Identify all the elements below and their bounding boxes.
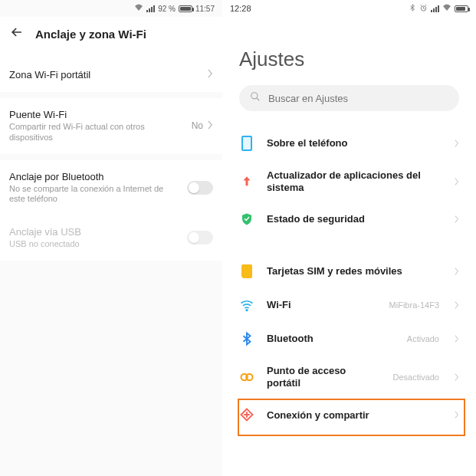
item-value: Desactivado [392, 373, 439, 382]
settings-item-hotspot[interactable]: Punto de acceso portátil Desactivado [222, 356, 476, 398]
signal-icon [146, 5, 155, 12]
hotspot-icon [239, 369, 254, 385]
status-time: 11:57 [195, 5, 215, 13]
settings-item-system-updater[interactable]: Actualizador de aplicaciones del sistema [222, 160, 476, 202]
svg-point-1 [251, 93, 258, 99]
chevron-right-icon [455, 332, 459, 346]
bluetooth-status-icon [409, 3, 416, 14]
item-label: Sobre el teléfono [267, 137, 439, 149]
chevron-right-icon [455, 264, 459, 278]
chevron-right-icon [455, 212, 459, 226]
item-label: Tarjetas SIM y redes móviles [267, 265, 439, 277]
bluetooth-tether-toggle[interactable] [187, 181, 213, 195]
item-label: Bluetooth [267, 333, 395, 345]
row-usb-tether: Anclaje vía USB USB no conectado [0, 215, 222, 261]
page-title: Anclaje y zona Wi-Fi [35, 28, 146, 41]
settings-title: Ajustes [222, 17, 476, 85]
search-input[interactable] [268, 93, 448, 104]
item-label: Conexión y compartir [267, 409, 439, 422]
item-label: Wi-Fi [267, 299, 377, 311]
chevron-right-icon [455, 298, 459, 312]
item-label: Estado de seguridad [267, 213, 439, 225]
item-label: Punto de acceso portátil [267, 365, 380, 389]
settings-item-wifi[interactable]: Wi-Fi MiFibra-14F3 [222, 288, 476, 322]
svg-point-2 [246, 310, 248, 311]
battery-icon [455, 5, 468, 12]
chevron-right-icon [455, 408, 459, 422]
shield-icon [239, 212, 254, 227]
settings-item-connection-sharing[interactable]: Conexión y compartir [222, 398, 476, 432]
search-bar[interactable] [239, 85, 459, 111]
wifi-icon [239, 297, 254, 313]
settings-item-sim[interactable]: Tarjetas SIM y redes móviles [222, 254, 476, 288]
sim-icon [239, 264, 254, 279]
signal-icon [431, 5, 439, 12]
usb-tether-toggle [187, 231, 213, 245]
search-icon [250, 91, 261, 105]
row-title: Puente Wi-Fi [9, 109, 185, 120]
settings-main-screen: 12:28 Ajustes [222, 0, 476, 476]
row-subtitle: No se comparte la conexión a Internet de… [9, 184, 181, 205]
chevron-right-icon [208, 67, 213, 81]
settings-item-security-status[interactable]: Estado de seguridad [222, 202, 476, 236]
header-bar: Anclaje y zona Wi-Fi [0, 17, 222, 57]
row-subtitle: USB no conectado [9, 239, 181, 250]
row-subtitle: Compartir red Wi-Fi actual con otros dis… [9, 122, 185, 143]
wifi-status-icon [134, 3, 143, 14]
status-icons [409, 3, 468, 14]
chevron-right-icon [455, 175, 459, 189]
status-bar: 12:28 [222, 0, 476, 17]
settings-item-about-phone[interactable]: Sobre el teléfono [222, 126, 476, 160]
row-title: Zona Wi-Fi portátil [9, 69, 202, 80]
item-value: Activado [407, 334, 439, 343]
chevron-right-icon [455, 136, 459, 150]
arrow-up-icon [239, 174, 254, 189]
battery-percent-text: 92 % [158, 5, 176, 13]
settings-item-bluetooth[interactable]: Bluetooth Activado [222, 322, 476, 356]
battery-icon [179, 5, 192, 12]
row-title: Anclaje vía USB [9, 226, 181, 238]
wifi-status-icon [442, 3, 451, 14]
chevron-right-icon [455, 370, 459, 384]
status-time: 12:28 [230, 4, 251, 13]
item-value: MiFibra-14F3 [389, 300, 439, 310]
phone-icon [239, 136, 254, 151]
alarm-icon [419, 4, 428, 14]
row-bluetooth-tether[interactable]: Anclaje por Bluetooth No se comparte la … [0, 160, 222, 216]
row-value: No [192, 120, 203, 131]
back-icon[interactable] [9, 25, 25, 43]
bluetooth-icon [239, 331, 254, 346]
chevron-right-icon [208, 119, 213, 133]
row-wifi-bridge[interactable]: Puente Wi-Fi Compartir red Wi-Fi actual … [0, 98, 222, 154]
status-bar: 92 % 11:57 [0, 0, 222, 17]
share-icon [239, 407, 254, 422]
row-title: Anclaje por Bluetooth [9, 171, 181, 182]
item-label: Actualizador de aplicaciones del sistema [267, 169, 439, 193]
tethering-settings-screen: 92 % 11:57 Anclaje y zona Wi-Fi Zona Wi-… [0, 0, 222, 476]
row-portable-wifi[interactable]: Zona Wi-Fi portátil [0, 57, 222, 92]
